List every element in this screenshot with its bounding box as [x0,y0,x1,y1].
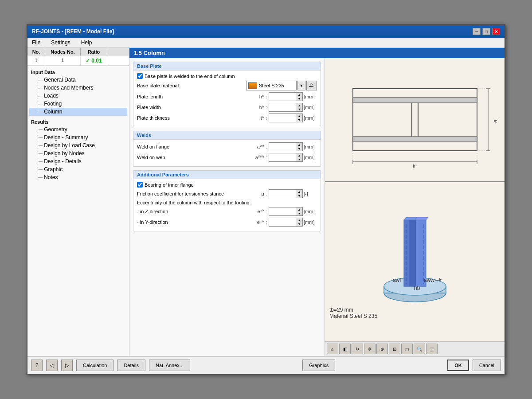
graphics-info-line1: tb=29 mm [329,307,377,313]
help-button[interactable]: ? [31,360,43,371]
friction-spinbox[interactable]: 0.10 ▲ ▼ [269,189,303,198]
weld-flange-up[interactable]: ▲ [296,143,302,147]
sidebar-item-footing[interactable]: ├─ Footing [29,100,127,108]
menu-settings[interactable]: Settings [48,39,73,47]
maximize-button[interactable]: □ [482,28,490,35]
plate-length-spinbox[interactable]: 640.0 ▲ ▼ [269,92,303,101]
sidebar-item-general-data[interactable]: ├─ General Data [29,76,127,84]
plate-thickness-down[interactable]: ▼ [296,118,302,122]
sidebar-item-loads[interactable]: ├─ Loads [29,92,127,100]
friction-up[interactable]: ▲ [296,190,302,194]
sidebar-item-geometry[interactable]: ├─ Geometry [29,125,127,133]
sidebar-item-design-summary[interactable]: ├─ Design - Summary [29,133,127,141]
ez-spinbox[interactable]: 0.0 ▲ ▼ [269,207,303,216]
weld-web-down[interactable]: ▼ [296,157,302,161]
details-button[interactable]: Details [117,360,145,371]
col-ratio: Ratio [81,48,107,56]
weld-web-symbol: aᵂᵂ : [254,155,267,160]
plate-thickness-spinners: ▲ ▼ [296,114,302,122]
ey-down[interactable]: ▼ [296,222,302,226]
friction-field[interactable]: 0.10 [269,190,296,198]
sidebar-item-nodes-members[interactable]: ├─ Nodes and Members [29,84,127,92]
bearing-checkbox[interactable] [137,182,143,188]
minimize-button[interactable]: ─ [473,28,481,35]
material-dropdown-arrow[interactable]: ▼ [297,81,305,90]
main-content: No. Nodes No. Ratio 1 1 ✓ 0.01 Input Dat… [27,48,505,356]
tree-nav: Input Data ├─ General Data ├─ Nodes and … [27,66,129,356]
welded-checkbox-row: Base plate is welded to the end of colum… [137,73,317,79]
back-button[interactable]: ◁ [46,360,58,371]
graphics-home-button[interactable]: ⌂ [327,344,338,354]
ok-button[interactable]: OK [447,360,469,371]
weld-flange-field[interactable]: 14.0 [269,143,296,151]
graphics-rotate-button[interactable]: ↻ [352,344,363,354]
plate-width-row: Plate width bᵇ : 450.0 ▲ ▼ [137,103,317,112]
ey-spinbox[interactable]: 0.0 ▲ ▼ [269,218,303,227]
sidebar-item-design-by-load-case[interactable]: ├─ Design by Load Case [29,141,127,149]
base-plate-section: Base Plate Base plate is welded to the e… [133,62,321,127]
title-bar: RF-JOINTS - [RFEM - Model File] ─ □ ✕ [27,25,505,38]
table-row[interactable]: 1 1 ✓ 0.01 [27,56,129,66]
plate-thickness-spinbox[interactable]: 29.0 ▲ ▼ [269,113,303,122]
window-title: RF-JOINTS - [RFEM - Model File] [32,28,114,35]
plate-thickness-up[interactable]: ▲ [296,114,302,118]
weld-web-up[interactable]: ▲ [296,153,302,157]
close-button[interactable]: ✕ [492,28,500,35]
sidebar-item-notes[interactable]: └─ Notes [29,173,127,181]
ez-up[interactable]: ▲ [296,207,302,211]
svg-text:awf: awf [393,277,401,283]
weld-web-unit: [mm] [304,155,317,160]
graphics-wireframe-button[interactable]: ◻ [401,344,413,354]
sidebar-item-design-by-nodes[interactable]: ├─ Design by Nodes [29,149,127,157]
weld-web-spinbox[interactable]: 8.0 ▲ ▼ [269,153,303,162]
sidebar-item-graphic[interactable]: ├─ Graphic [29,165,127,173]
menu-help[interactable]: Help [78,39,95,47]
graphics-zoom-button[interactable]: ⊕ [376,344,388,354]
ez-down[interactable]: ▼ [296,211,302,215]
weld-web-field[interactable]: 8.0 [269,153,296,161]
cell-nodes: 1 [45,56,81,65]
plate-width-up[interactable]: ▲ [296,103,302,107]
forward-button[interactable]: ▷ [61,360,73,371]
material-box[interactable]: Steel S 235 [246,81,297,90]
svg-marker-1 [310,83,313,86]
weld-flange-down[interactable]: ▼ [296,147,302,151]
eccentricity-label: Eccentricity of the column with respect … [137,200,317,205]
plate-length-field[interactable]: 640.0 [269,93,296,101]
plate-width-spinbox[interactable]: 450.0 ▲ ▼ [269,103,303,112]
plate-length-down[interactable]: ▼ [296,97,302,101]
ey-field[interactable]: 0.0 [269,218,296,226]
plate-width-symbol: bᵇ : [254,105,267,110]
ey-up[interactable]: ▲ [296,218,302,222]
calculation-button[interactable]: Calculation [76,360,113,371]
material-edit-button[interactable] [306,81,317,90]
friction-down[interactable]: ▼ [296,194,302,198]
ez-field[interactable]: 0.0 [269,207,296,215]
cancel-button[interactable]: Cancel [473,360,501,371]
graphics-front-button[interactable]: ◧ [339,344,351,354]
graphics-search-button[interactable]: 🔍 [414,344,425,354]
graphics-button[interactable]: Graphics [302,360,335,371]
plate-thickness-field[interactable]: 29.0 [269,114,296,122]
welds-section: Welds Weld on flange aᵂᶠ : 14.0 ▲ [133,131,321,167]
plate-thickness-row: Plate thickness tᵇ : 29.0 ▲ ▼ [137,113,317,122]
ez-symbol: eˣʰ : [254,209,267,215]
weld-flange-spinbox[interactable]: 14.0 ▲ ▼ [269,142,303,151]
menu-file[interactable]: File [29,39,43,47]
plate-length-unit: [mm] [304,94,317,99]
sidebar-item-design-details[interactable]: ├─ Design - Details [29,157,127,165]
friction-label: Friction coefficient for tension resista… [137,191,252,196]
graphics-fit-button[interactable]: ⊡ [389,344,400,354]
plate-length-up[interactable]: ▲ [296,93,302,97]
graphics-pan-button[interactable]: ✥ [364,344,376,354]
title-controls: ─ □ ✕ [473,28,500,35]
nat-annex-button[interactable]: Nat. Annex... [149,360,190,371]
sidebar-item-column[interactable]: └─ Column [29,108,127,116]
plate-width-down[interactable]: ▼ [296,107,302,111]
plate-width-field[interactable]: 450.0 [269,103,296,111]
welded-checkbox[interactable] [137,73,143,79]
svg-rect-2 [331,66,499,173]
results-label: Results [29,118,127,125]
graphics-export-button[interactable]: ⬚ [426,344,438,354]
ey-unit: [mm] [304,219,317,225]
